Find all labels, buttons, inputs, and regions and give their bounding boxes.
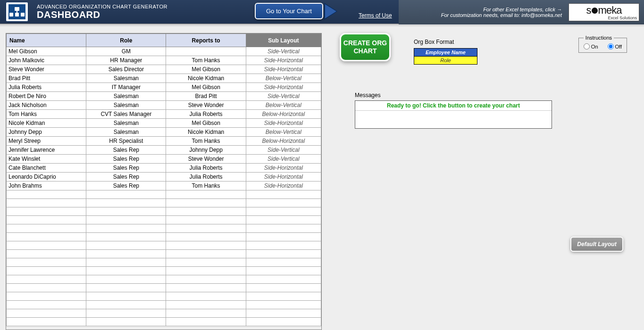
cell-empty[interactable] <box>86 224 166 233</box>
instructions-off-radio[interactable] <box>608 43 614 50</box>
cell-empty[interactable] <box>166 224 246 233</box>
cell-sub[interactable]: Side-Horizontal <box>246 182 321 190</box>
instructions-on-label[interactable]: On <box>584 43 598 50</box>
cell-empty[interactable] <box>166 233 246 241</box>
cell-empty[interactable] <box>86 190 166 199</box>
cell-empty[interactable] <box>246 292 321 301</box>
cell-empty[interactable] <box>7 207 86 216</box>
cell-empty[interactable] <box>166 301 246 309</box>
cell-empty[interactable] <box>166 292 246 301</box>
cell-reports[interactable]: Mel Gibson <box>166 83 246 92</box>
cell-reports[interactable]: Johnny Depp <box>166 146 246 155</box>
cell-sub[interactable]: Side-Horizontal <box>246 119 321 128</box>
cell-empty[interactable] <box>7 190 86 199</box>
cell-empty[interactable] <box>246 258 321 267</box>
cell-sub[interactable]: Below-Vertical <box>246 128 321 137</box>
cell-empty[interactable] <box>246 275 321 284</box>
cell-name[interactable]: John Brahms <box>7 182 86 190</box>
cell-role[interactable]: Sales Rep <box>86 155 166 164</box>
cell-role[interactable]: Salesman <box>86 101 166 110</box>
cell-empty[interactable] <box>246 309 321 318</box>
default-layout-button[interactable]: Default Layout <box>570 237 623 252</box>
cell-role[interactable]: Salesman <box>86 74 166 83</box>
cell-role[interactable]: HR Manager <box>86 56 166 65</box>
cell-sub[interactable]: Below-Vertical <box>246 101 321 110</box>
cell-sub[interactable]: Side-Vertical <box>246 47 321 56</box>
cell-role[interactable]: Sales Director <box>86 65 166 74</box>
cell-name[interactable]: Cate Blanchett <box>7 164 86 173</box>
cell-name[interactable]: Tom Hanks <box>7 110 86 119</box>
terms-link[interactable]: Terms of Use <box>359 12 392 19</box>
cell-reports[interactable]: Steve Wonder <box>166 101 246 110</box>
cell-name[interactable]: Nicole Kidman <box>7 119 86 128</box>
col-header-name[interactable]: Name <box>7 34 86 47</box>
cell-empty[interactable] <box>7 275 86 284</box>
cell-role[interactable]: IT Manager <box>86 83 166 92</box>
cell-sub[interactable]: Side-Horizontal <box>246 56 321 65</box>
format-role[interactable]: Role <box>414 57 477 65</box>
cell-empty[interactable] <box>7 224 86 233</box>
cell-empty[interactable] <box>86 284 166 292</box>
cell-empty[interactable] <box>7 250 86 258</box>
cell-name[interactable]: Brad Pitt <box>7 74 86 83</box>
cell-empty[interactable] <box>246 250 321 258</box>
cell-empty[interactable] <box>166 318 246 326</box>
cell-role[interactable]: Sales Rep <box>86 146 166 155</box>
cell-empty[interactable] <box>86 216 166 224</box>
cell-empty[interactable] <box>86 241 166 250</box>
col-header-sub[interactable]: Sub Layout <box>246 34 321 47</box>
cell-sub[interactable]: Side-Horizontal <box>246 173 321 182</box>
cell-sub[interactable]: Side-Horizontal <box>246 83 321 92</box>
cell-role[interactable]: HR Specialist <box>86 137 166 146</box>
cell-sub[interactable]: Side-Vertical <box>246 155 321 164</box>
cell-reports[interactable]: Julia Roberts <box>166 164 246 173</box>
cell-role[interactable]: GM <box>86 47 166 56</box>
cell-empty[interactable] <box>7 318 86 326</box>
cell-empty[interactable] <box>166 275 246 284</box>
cell-empty[interactable] <box>246 241 321 250</box>
cell-reports[interactable] <box>166 47 246 56</box>
someka-logo[interactable]: smeka Excel Solutions <box>569 3 639 21</box>
cell-name[interactable]: Steve Wonder <box>7 65 86 74</box>
cell-empty[interactable] <box>86 292 166 301</box>
cell-empty[interactable] <box>166 199 246 207</box>
cell-empty[interactable] <box>7 216 86 224</box>
cell-sub[interactable]: Below-Vertical <box>246 74 321 83</box>
cell-reports[interactable]: Tom Hanks <box>166 182 246 190</box>
cell-empty[interactable] <box>166 258 246 267</box>
cell-empty[interactable] <box>86 258 166 267</box>
cell-name[interactable]: Jack Nicholson <box>7 101 86 110</box>
cell-empty[interactable] <box>166 309 246 318</box>
cell-sub[interactable]: Side-Vertical <box>246 146 321 155</box>
cell-empty[interactable] <box>246 190 321 199</box>
create-org-chart-button[interactable]: CREATE ORGCHART <box>340 33 391 61</box>
cell-empty[interactable] <box>166 216 246 224</box>
cell-empty[interactable] <box>7 301 86 309</box>
cell-empty[interactable] <box>86 275 166 284</box>
cell-empty[interactable] <box>7 309 86 318</box>
cell-name[interactable]: Johnny Depp <box>7 128 86 137</box>
cell-role[interactable]: Sales Rep <box>86 164 166 173</box>
cell-role[interactable]: CVT Sales Manager <box>86 110 166 119</box>
cell-empty[interactable] <box>7 199 86 207</box>
cell-empty[interactable] <box>166 241 246 250</box>
cell-empty[interactable] <box>86 267 166 275</box>
cell-empty[interactable] <box>166 284 246 292</box>
go-to-chart-button[interactable]: Go to Your Chart <box>255 3 323 19</box>
cell-empty[interactable] <box>246 207 321 216</box>
cell-empty[interactable] <box>246 284 321 292</box>
cell-role[interactable]: Sales Rep <box>86 173 166 182</box>
cell-empty[interactable] <box>86 199 166 207</box>
cell-sub[interactable]: Side-Horizontal <box>246 164 321 173</box>
col-header-role[interactable]: Role <box>86 34 166 47</box>
format-employee-name[interactable]: Employee Name <box>414 48 477 57</box>
cell-reports[interactable]: Steve Wonder <box>166 155 246 164</box>
cell-reports[interactable]: Nicole Kidman <box>166 74 246 83</box>
cell-name[interactable]: Meryl Streep <box>7 137 86 146</box>
cell-name[interactable]: Mel Gibson <box>7 47 86 56</box>
cell-empty[interactable] <box>246 224 321 233</box>
cell-empty[interactable] <box>166 250 246 258</box>
cell-name[interactable]: Jennifer Lawrence <box>7 146 86 155</box>
cell-name[interactable]: Kate Winslet <box>7 155 86 164</box>
cell-empty[interactable] <box>246 233 321 241</box>
